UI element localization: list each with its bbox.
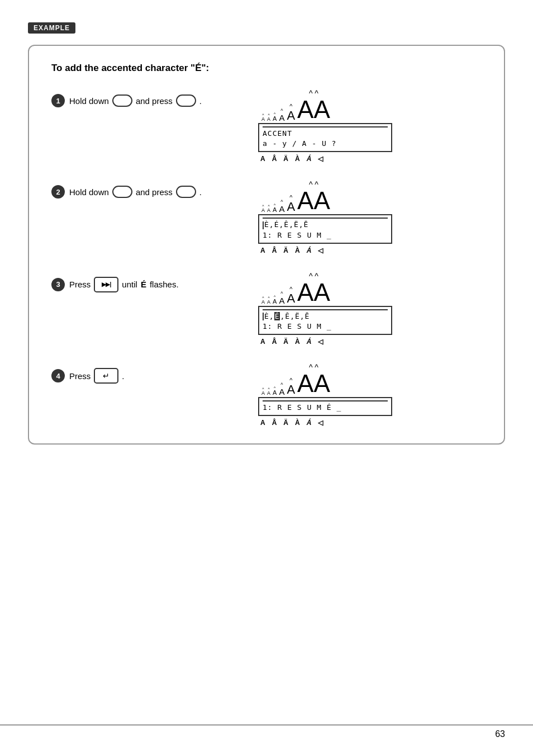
b1-a: A — [260, 155, 265, 163]
s3-letter-a1: ^A — [261, 296, 265, 305]
s3-letter-aa: ^ ^AA — [297, 272, 330, 305]
b4-a-circ: Â — [272, 419, 277, 427]
step-1-number: 1 — [51, 94, 65, 107]
b3-a-acute: Á — [307, 338, 312, 346]
step-2-number: 2 — [51, 185, 65, 199]
step-1-line1: ACCENT — [263, 126, 388, 139]
b1-back: ◁ — [318, 155, 323, 163]
s4-letter-a1: ^A — [261, 387, 265, 396]
step-3-e-acute: É — [141, 280, 146, 289]
step-4-line1: 1: R E S U M É _ — [263, 400, 388, 413]
b3-a: A — [260, 338, 265, 346]
main-box: To add the accented character "É": 1 Hol… — [28, 45, 505, 445]
step-1-line2: a - y / A - U ? — [263, 139, 388, 149]
step-2-period: . — [199, 187, 202, 197]
step-4-bottom: A Â Ä À Á ◁ — [258, 419, 323, 427]
b3-back: ◁ — [318, 338, 323, 346]
s3-letter-a4: ^A — [279, 291, 284, 305]
example-badge: EXAMPLE — [28, 22, 75, 34]
step-1-display: ^A ^A ^A ^A ^A ^ ^AA ACCENT a - y / A - … — [258, 89, 482, 163]
step-4-left: 4 Press . — [51, 363, 241, 384]
b4-back: ◁ — [318, 419, 323, 427]
b1-a-acute: Á — [307, 155, 312, 163]
step-1-left: 1 Hold down and press . — [51, 89, 241, 107]
step-1-text: Hold down and press . — [69, 94, 202, 107]
b2-a-acute: Á — [307, 247, 312, 254]
step-2-line1: È,É,Ê,Ë,Ē — [263, 218, 388, 230]
step-3-row: 3 Press ▶▶| until É flashes. ^A ^A ^A ^A… — [51, 272, 482, 346]
s2-letter-a2: ^A — [267, 204, 270, 213]
step-1-hold-down: Hold down — [69, 96, 109, 106]
b4-a-grave: À — [295, 419, 300, 427]
step-3-display: ^A ^A ^A ^A ^A ^ ^AA È,É,Ê,Ë,Ē 1: R E S … — [258, 272, 482, 346]
letter-aa: ^ ^AA — [297, 89, 330, 122]
step-4-press: Press — [69, 371, 91, 381]
b3-a-grave: À — [295, 338, 300, 346]
step-4-period: . — [122, 371, 124, 381]
b3-a-circ: Â — [272, 338, 277, 346]
step-1-button1[interactable] — [112, 94, 132, 107]
step-3-left: 3 Press ▶▶| until É flashes. — [51, 272, 241, 292]
step-4-screen: 1: R E S U M É _ — [258, 397, 392, 416]
s3-letter-a5: ^A — [287, 286, 295, 305]
b4-a-uml: Ä — [283, 419, 288, 427]
b2-back: ◁ — [318, 247, 323, 254]
letter-a5: ^A — [287, 103, 295, 122]
step-3-press: Press — [69, 280, 91, 289]
step-3-bottom: A Â Ä À Á ◁ — [258, 338, 323, 346]
step-2-display: ^A ^A ^A ^A ^A ^ ^AA È,É,Ê,Ë,Ē 1: R E S … — [258, 181, 482, 254]
s2-letter-a3: ^A — [273, 203, 277, 213]
step-1-bottom: A Â Ä À Á ◁ — [258, 155, 323, 163]
b2-a: A — [260, 247, 265, 254]
step-1-period: . — [199, 96, 202, 106]
step-2-screen: È,É,Ê,Ë,Ē 1: R E S U M _ — [258, 214, 392, 243]
page-divider — [0, 725, 533, 725]
step-4-number: 4 — [51, 369, 65, 382]
s3-letter-a2: ^A — [267, 296, 270, 305]
step-1-screen: ACCENT a - y / A - U ? — [258, 123, 392, 152]
letter-a2: ^A — [267, 113, 270, 122]
b4-a-acute: Á — [307, 419, 312, 427]
step-2-and-press: and press — [136, 187, 173, 197]
step-3-until: until — [122, 280, 137, 289]
step-4-row: 4 Press . ^A ^A ^A ^A ^A ^ ^AA — [51, 363, 482, 427]
b1-a-grave: À — [295, 155, 300, 163]
b4-a: A — [260, 419, 265, 427]
letter-a3: ^A — [273, 112, 277, 122]
step-2-button2[interactable] — [176, 186, 196, 198]
b1-a-circ: Â — [272, 155, 277, 163]
step-2-hold-down: Hold down — [69, 187, 109, 197]
step-2-left: 2 Hold down and press . — [51, 181, 241, 199]
s4-letter-a4: ^A — [279, 382, 284, 396]
step-3-text: Press ▶▶| until É flashes. — [69, 277, 179, 292]
s4-letter-a3: ^A — [273, 386, 277, 396]
b2-a-grave: À — [295, 247, 300, 254]
step-2-row: 2 Hold down and press . ^A ^A ^A ^A ^A ^… — [51, 181, 482, 254]
b3-a-uml: Ä — [283, 338, 288, 346]
step-4-text: Press . — [69, 368, 125, 384]
step-2-bottom: A Â Ä À Á ◁ — [258, 247, 323, 254]
b1-a-uml: Ä — [283, 155, 288, 163]
s4-letter-a5: ^A — [287, 377, 295, 396]
box-title: To add the accented character "É": — [51, 63, 482, 74]
step-1-row: 1 Hold down and press . ^A ^A ^A ^A ^A ^… — [51, 89, 482, 163]
letter-a1: ^A — [261, 113, 265, 122]
page-number-area: 63 — [495, 729, 505, 739]
step-4-display: ^A ^A ^A ^A ^A ^ ^AA 1: R E S U M É _ A … — [258, 363, 482, 427]
step-3-screen: È,É,Ê,Ë,Ē 1: R E S U M _ — [258, 306, 392, 335]
s2-letter-a1: ^A — [261, 204, 265, 213]
step-4-enter-button[interactable] — [94, 368, 118, 384]
step-1-and-press: and press — [136, 96, 173, 106]
step-2-button1[interactable] — [112, 186, 132, 198]
step-3-top-letters: ^A ^A ^A ^A ^A ^ ^AA — [258, 272, 330, 305]
step-3-line1: È,É,Ê,Ë,Ē — [263, 309, 388, 322]
step-2-text: Hold down and press . — [69, 186, 202, 198]
s3-letter-a3: ^A — [273, 295, 277, 305]
step-3-scroll-button[interactable]: ▶▶| — [94, 277, 118, 292]
step-4-top-letters: ^A ^A ^A ^A ^A ^ ^AA — [258, 363, 330, 396]
s2-letter-aa: ^ ^AA — [297, 181, 330, 213]
step-1-button2[interactable] — [176, 94, 196, 107]
s4-letter-aa: ^ ^AA — [297, 363, 330, 396]
step-3-number: 3 — [51, 278, 65, 291]
b2-a-uml: Ä — [283, 247, 288, 254]
